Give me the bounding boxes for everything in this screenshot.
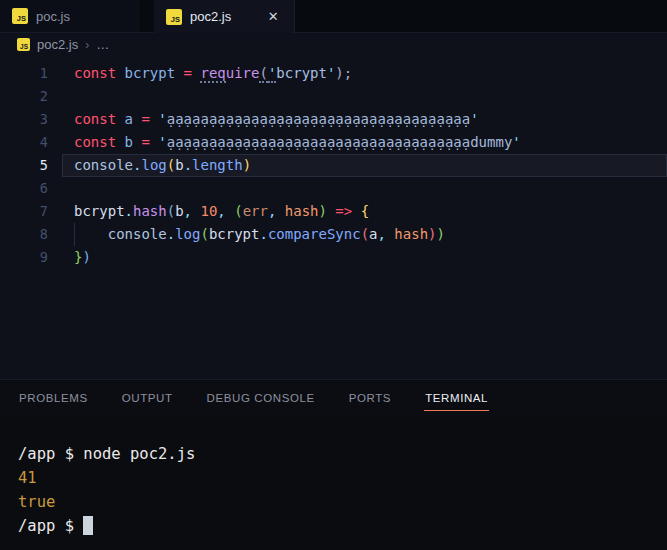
editor-tab-bar: JSpoc.jsJSpoc2.js✕	[0, 0, 667, 33]
code-token: (	[167, 203, 175, 219]
tab-poc.js[interactable]: JSpoc.js	[0, 0, 141, 32]
panel-tab-output[interactable]: OUTPUT	[121, 388, 174, 410]
code-token: const	[74, 111, 125, 127]
code-token: .	[259, 226, 267, 242]
panel-tab-debug-console[interactable]: DEBUG CONSOLE	[206, 388, 316, 410]
code-token: bcrypt	[74, 203, 125, 219]
code-token: )	[82, 249, 90, 265]
code-editor[interactable]: 1const bcrypt = require('bcrypt');23cons…	[0, 55, 667, 380]
gutter-line-number[interactable]: 9	[0, 246, 48, 269]
code-token: ,	[184, 203, 201, 219]
panel-tab-problems[interactable]: PROBLEMS	[18, 388, 89, 410]
close-icon[interactable]: ✕	[263, 7, 283, 27]
code-token: a	[125, 111, 142, 127]
code-token: =	[184, 65, 201, 81]
code-line[interactable]: 2	[0, 85, 667, 108]
line-content: console.log(b.length)	[62, 154, 667, 177]
code-token: '	[470, 111, 478, 127]
chevron-right-icon: ›	[85, 38, 89, 52]
code-token: (	[361, 226, 369, 242]
panel-tab-terminal[interactable]: TERMINAL	[424, 388, 489, 411]
code-token: err	[243, 203, 268, 219]
code-token: b	[125, 134, 142, 150]
code-token: .	[167, 226, 175, 242]
code-line[interactable]: 8console.log(bcrypt.compareSync(a, hash)…	[0, 223, 667, 246]
code-token: a	[369, 226, 377, 242]
code-token: {	[361, 203, 369, 219]
terminal-text: 41	[18, 469, 37, 487]
line-content	[62, 177, 667, 200]
panel-tab-bar: PROBLEMSOUTPUTDEBUG CONSOLEPORTSTERMINAL	[0, 380, 667, 418]
code-token: (	[234, 203, 242, 219]
terminal-text: true	[18, 493, 55, 511]
gutter-line-number[interactable]: 8	[0, 223, 48, 246]
code-token: dummy	[470, 134, 512, 150]
terminal-line: 41	[18, 466, 667, 490]
code-token: const	[74, 134, 125, 150]
code-token: '	[158, 134, 166, 150]
code-line[interactable]: 1const bcrypt = require('bcrypt');	[0, 62, 667, 85]
code-token: (	[167, 157, 175, 173]
code-line[interactable]: 6	[0, 177, 667, 200]
code-token: =>	[327, 203, 361, 219]
tab-poc2.js[interactable]: JSpoc2.js✕	[154, 0, 295, 33]
code-token: =	[141, 111, 158, 127]
code-token: (	[200, 226, 208, 242]
code-token: bcrypt	[125, 65, 184, 81]
js-file-icon: JS	[166, 9, 182, 25]
code-token: )	[428, 226, 436, 242]
line-content: const b = 'ạạạạạạạạạạạạạạạạạạạạạạạạạạạạạ…	[62, 131, 667, 154]
code-token: console	[74, 157, 133, 173]
code-line[interactable]: 5console.log(b.length)	[0, 154, 667, 177]
code-token: 10	[200, 203, 217, 219]
gutter-line-number[interactable]: 2	[0, 85, 48, 108]
js-file-icon: JS	[12, 8, 28, 24]
code-line[interactable]: 4const b = 'ạạạạạạạạạạạạạạạạạạạạạạạạạạạạ…	[0, 131, 667, 154]
breadcrumb-file[interactable]: poc2.js	[37, 37, 78, 52]
code-token: compareSync	[268, 226, 361, 242]
line-content: const a = 'ạạạạạạạạạạạạạạạạạạạạạạạạạạạạạ…	[62, 108, 667, 131]
gutter-line-number[interactable]: 6	[0, 177, 48, 200]
code-token: b	[175, 203, 183, 219]
code-token: log	[175, 226, 200, 242]
terminal-line: true	[18, 490, 667, 514]
code-token: '	[512, 134, 520, 150]
terminal[interactable]: /app $ node poc2.js41true/app $	[0, 418, 667, 550]
code-token: .	[184, 157, 192, 173]
code-token: ,	[378, 226, 395, 242]
line-content: bcrypt.hash(b, 10, (err, hash) => {	[62, 200, 667, 223]
code-token: )	[319, 203, 327, 219]
code-token: bcrypt	[276, 65, 327, 81]
code-line[interactable]: 3const a = 'ạạạạạạạạạạạạạạạạạạạạạạạạạạạạ…	[0, 108, 667, 131]
terminal-cursor	[83, 516, 93, 535]
code-token: const	[74, 65, 125, 81]
line-content	[62, 85, 667, 108]
code-token: length	[192, 157, 243, 173]
line-content: })	[62, 246, 667, 269]
gutter-line-number[interactable]: 4	[0, 131, 48, 154]
terminal-text: /app $	[18, 517, 83, 535]
panel-tab-ports[interactable]: PORTS	[348, 388, 392, 410]
code-token: hash	[285, 203, 319, 219]
code-line[interactable]: 7bcrypt.hash(b, 10, (err, hash) => {	[0, 200, 667, 223]
code-token: console	[108, 226, 167, 242]
indent-guide	[74, 223, 108, 246]
code-token: b	[175, 157, 183, 173]
bottom-panel: PROBLEMSOUTPUTDEBUG CONSOLEPORTSTERMINAL…	[0, 379, 667, 550]
line-content: const bcrypt = require('bcrypt');	[62, 62, 667, 85]
line-content: console.log(bcrypt.compareSync(a, hash))	[62, 223, 667, 246]
gutter-line-number[interactable]: 3	[0, 108, 48, 131]
code-token: )	[243, 157, 251, 173]
code-token: ạạạạạạạạạạạạạạạạạạạạạạạạạạạạạạạạạạạạ	[167, 111, 470, 127]
gutter-line-number[interactable]: 5	[0, 154, 48, 177]
terminal-text: /app $ node poc2.js	[18, 445, 195, 463]
terminal-line: /app $	[18, 514, 667, 538]
code-token: req	[200, 65, 225, 83]
breadcrumb-symbol-ellipsis[interactable]: …	[96, 37, 109, 52]
code-token: log	[141, 157, 166, 173]
gutter-line-number[interactable]: 7	[0, 200, 48, 223]
breadcrumb[interactable]: JS poc2.js › …	[0, 33, 667, 56]
gutter-line-number[interactable]: 1	[0, 62, 48, 85]
code-line[interactable]: 9})	[0, 246, 667, 269]
code-token: '	[158, 111, 166, 127]
